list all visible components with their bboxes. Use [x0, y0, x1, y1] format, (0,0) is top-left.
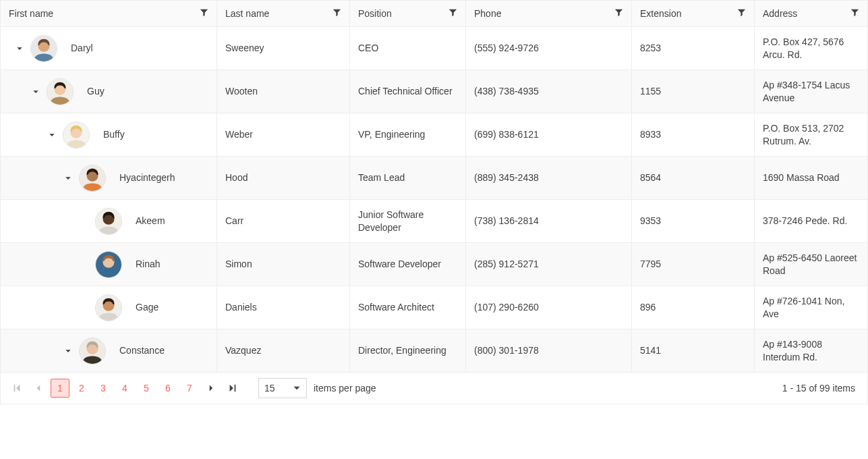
pager: 1234567 15 items per page 1 - 15 of 99 i…	[1, 373, 867, 404]
seek-first-icon	[12, 383, 22, 393]
lastName-cell: Hood	[217, 157, 350, 199]
table-row[interactable]: GageDanielsSoftware Architect(107) 290-6…	[1, 286, 867, 329]
lastName-cell: Wooten	[217, 70, 350, 113]
pager-next-button[interactable]	[202, 379, 221, 398]
avatar	[63, 122, 90, 148]
phone-cell: (738) 136-2814	[466, 200, 632, 242]
column-filter-button[interactable]	[200, 8, 208, 19]
column-header-lastName[interactable]: Last name	[217, 1, 350, 26]
column-header-phone[interactable]: Phone	[466, 1, 632, 26]
caret-left-icon	[34, 384, 42, 392]
position-cell: Software Architect	[350, 286, 466, 329]
first-name: Rinah	[127, 258, 208, 271]
first-name: Guy	[79, 85, 208, 98]
lastName-cell: Daniels	[217, 286, 350, 329]
lastName-cell: Vazquez	[217, 329, 350, 372]
column-filter-button[interactable]	[737, 8, 746, 19]
first-name: Hyacintegerh	[111, 171, 208, 184]
column-header-label: Position	[358, 8, 392, 19]
seek-last-icon	[228, 383, 237, 393]
filter-icon	[614, 8, 623, 17]
column-filter-button[interactable]	[332, 8, 341, 19]
position-cell: Junior Software Developer	[350, 200, 466, 242]
avatar	[95, 208, 122, 235]
caret-down-icon	[32, 88, 39, 95]
expand-toggle[interactable]	[30, 86, 41, 97]
avatar	[30, 35, 57, 62]
table-row[interactable]: BuffyWeberVP, Engineering(699) 838-61218…	[1, 113, 867, 157]
page-size-select[interactable]: 15	[258, 378, 307, 398]
avatar	[95, 251, 122, 278]
column-filter-button[interactable]	[449, 8, 457, 19]
page-number-4[interactable]: 4	[115, 379, 134, 398]
column-header-address[interactable]: Address	[755, 1, 867, 26]
lastName-cell: Simon	[217, 243, 350, 286]
extension-cell: 896	[632, 286, 755, 329]
avatar	[79, 338, 106, 364]
column-header-label: First name	[9, 8, 53, 19]
first-name-cell: Daryl	[1, 27, 217, 70]
first-name-cell: Rinah	[1, 243, 217, 286]
caret-right-icon	[207, 384, 215, 392]
column-filter-button[interactable]	[850, 8, 859, 19]
table-row[interactable]: DarylSweeneyCEO(555) 924-97268253P.O. Bo…	[1, 27, 867, 70]
first-name-cell: Buffy	[1, 113, 217, 156]
pager-first-button[interactable]	[7, 379, 26, 398]
caret-down-icon	[65, 175, 71, 182]
table-row[interactable]: HyacintegerhHoodTeam Lead(889) 345-24388…	[1, 157, 867, 200]
column-filter-button[interactable]	[614, 8, 623, 19]
position-cell: VP, Engineering	[350, 113, 466, 156]
page-number-5[interactable]: 5	[137, 379, 156, 398]
page-number-1[interactable]: 1	[51, 379, 69, 398]
header-row: First nameLast namePositionPhoneExtensio…	[1, 1, 867, 27]
page-number-7[interactable]: 7	[180, 379, 199, 398]
caret-down-icon	[65, 348, 71, 354]
page-number-2[interactable]: 2	[72, 379, 91, 398]
expand-toggle[interactable]	[63, 346, 74, 356]
filter-icon	[737, 8, 746, 17]
avatar	[79, 165, 106, 192]
pager-prev-button[interactable]	[29, 379, 48, 398]
first-name: Buffy	[95, 128, 208, 141]
extension-cell: 8564	[632, 157, 755, 199]
table-row[interactable]: RinahSimonSoftware Developer(285) 912-52…	[1, 243, 867, 286]
phone-cell: (889) 345-2438	[466, 157, 632, 199]
phone-cell: (699) 838-6121	[466, 113, 632, 156]
phone-cell: (285) 912-5271	[466, 243, 632, 286]
column-header-extension[interactable]: Extension	[632, 1, 755, 26]
caret-down-icon	[49, 132, 55, 138]
first-name: Akeem	[127, 215, 208, 227]
page-number-6[interactable]: 6	[158, 379, 177, 398]
position-cell: CEO	[350, 27, 466, 70]
phone-cell: (107) 290-6260	[466, 286, 632, 329]
column-header-firstName[interactable]: First name	[1, 1, 217, 26]
first-name: Daryl	[63, 42, 208, 55]
expand-toggle[interactable]	[63, 173, 74, 184]
position-cell: Software Developer	[350, 243, 466, 286]
table-row[interactable]: ConstanceVazquezDirector, Engineering(80…	[1, 329, 867, 373]
first-name-cell: Hyacintegerh	[1, 157, 217, 199]
page-number-3[interactable]: 3	[94, 379, 113, 398]
first-name-cell: Gage	[1, 286, 217, 329]
expand-toggle[interactable]	[14, 43, 25, 54]
treelist-body: DarylSweeneyCEO(555) 924-97268253P.O. Bo…	[1, 27, 867, 373]
phone-cell: (555) 924-9726	[466, 27, 632, 70]
avatar	[95, 294, 122, 321]
expand-toggle[interactable]	[47, 130, 57, 140]
filter-icon	[332, 8, 341, 17]
address-cell: P.O. Box 513, 2702 Rutrum. Av.	[755, 113, 867, 156]
first-name-cell: Guy	[1, 70, 217, 113]
extension-cell: 8253	[632, 27, 755, 70]
lastName-cell: Weber	[217, 113, 350, 156]
position-cell: Director, Engineering	[350, 329, 466, 372]
first-name-cell: Akeem	[1, 200, 217, 242]
table-row[interactable]: GuyWootenChief Technical Officer(438) 73…	[1, 70, 867, 113]
address-cell: 1690 Massa Road	[755, 157, 867, 199]
extension-cell: 9353	[632, 200, 755, 242]
table-row[interactable]: AkeemCarrJunior Software Developer(738) …	[1, 200, 867, 243]
position-cell: Team Lead	[350, 157, 466, 199]
caret-down-icon	[293, 384, 301, 392]
pager-last-button[interactable]	[223, 379, 242, 398]
first-name: Constance	[111, 344, 208, 357]
column-header-position[interactable]: Position	[350, 1, 466, 26]
